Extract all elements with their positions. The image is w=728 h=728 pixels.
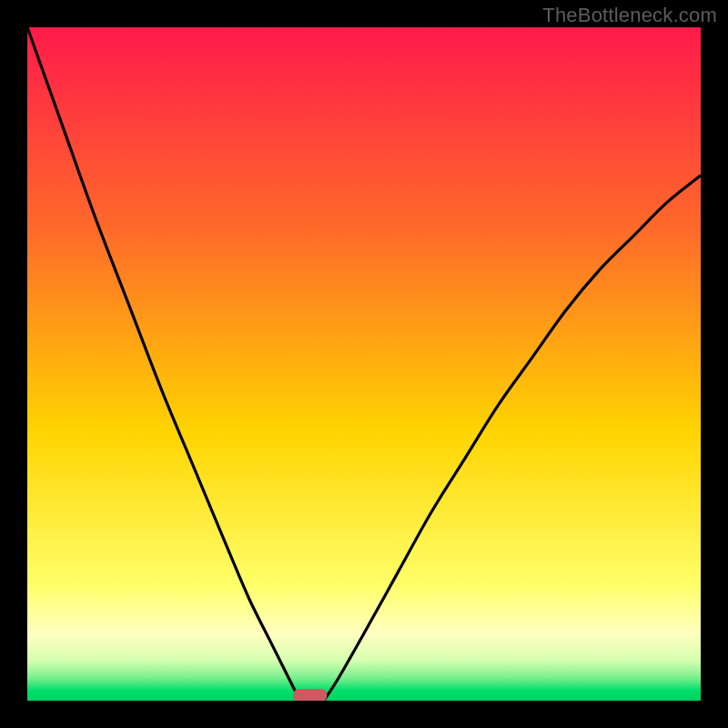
- chart-frame: TheBottleneck.com: [0, 0, 728, 728]
- bottleneck-chart: [27, 27, 701, 701]
- minimum-marker: [293, 689, 327, 701]
- plot-area: [27, 27, 701, 701]
- gradient-background: [27, 27, 701, 701]
- watermark-text: TheBottleneck.com: [542, 4, 717, 27]
